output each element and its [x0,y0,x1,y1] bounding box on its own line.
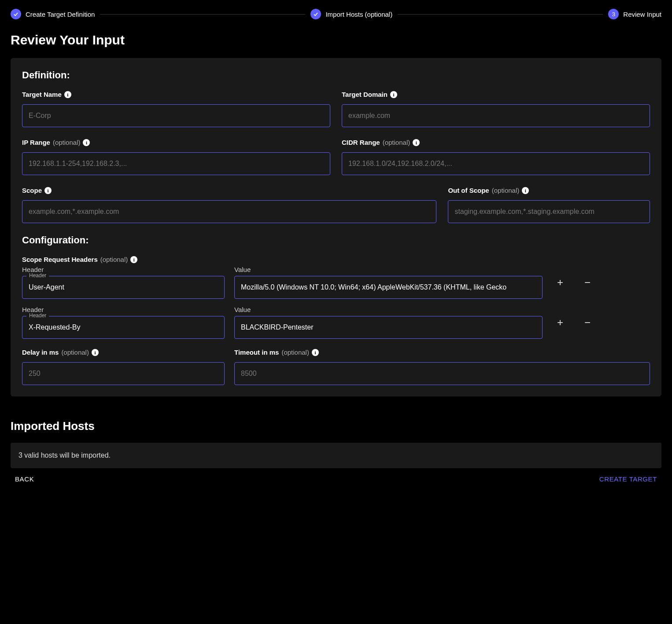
add-header-button[interactable]: + [552,275,568,290]
header-col-label: Header [22,266,225,273]
timeout-label: Timeout in ms (optional) i [234,349,650,356]
imported-hosts-message: 3 valid hosts will be imported. [11,443,661,468]
header-name-input[interactable] [22,316,225,339]
floating-label: Header [26,272,49,279]
back-button[interactable]: BACK [15,475,34,483]
floating-label: Header [26,312,49,319]
info-icon[interactable]: i [92,349,99,356]
header-col-label: Header [22,306,225,313]
plus-icon: + [557,316,563,329]
step-review-input[interactable]: 3 Review Input [608,9,661,19]
scope-input[interactable] [22,200,436,223]
value-col-label: Value [234,306,543,313]
step-connector [398,14,603,15]
info-icon[interactable]: i [312,349,319,356]
scope-headers-label: Scope Request Headers (optional) i [22,256,650,263]
create-target-button[interactable]: CREATE TARGET [599,475,657,483]
info-icon[interactable]: i [390,91,397,98]
remove-header-button[interactable]: − [580,275,595,290]
cidr-range-label: CIDR Range (optional) i [342,139,650,146]
out-of-scope-input[interactable] [448,200,650,223]
info-icon[interactable]: i [522,187,529,194]
ip-range-label: IP Range (optional) i [22,139,330,146]
imported-hosts-title: Imported Hosts [11,419,661,433]
value-col-label: Value [234,266,543,273]
definition-title: Definition: [22,70,650,81]
info-icon[interactable]: i [44,187,52,194]
delay-label: Delay in ms (optional) i [22,349,225,356]
header-name-input[interactable] [22,276,225,299]
step-label: Create Target Definition [26,11,95,18]
step-label: Import Hosts (optional) [325,11,392,18]
plus-icon: + [557,276,563,289]
step-label: Review Input [623,11,661,18]
info-icon[interactable]: i [413,139,420,146]
target-name-label: Target Name i [22,91,330,98]
target-name-input[interactable] [22,104,330,127]
add-header-button[interactable]: + [552,315,568,330]
scope-label: Scope i [22,187,436,194]
info-icon[interactable]: i [130,256,137,263]
header-value-input[interactable] [234,276,543,299]
definition-panel: Definition: Target Name i Target Domain … [11,58,661,396]
out-of-scope-label: Out of Scope (optional) i [448,187,650,194]
target-domain-input[interactable] [342,104,650,127]
info-icon[interactable]: i [64,91,71,98]
info-icon[interactable]: i [83,139,90,146]
page-title: Review Your Input [11,33,661,48]
step-number: 3 [608,9,619,19]
footer-actions: BACK CREATE TARGET [11,475,661,483]
timeout-input[interactable] [234,362,650,385]
header-value-input[interactable] [234,316,543,339]
cidr-range-input[interactable] [342,152,650,175]
step-create-target[interactable]: Create Target Definition [11,9,95,19]
check-icon [11,9,21,19]
check-icon [310,9,321,19]
minus-icon: − [584,276,591,289]
remove-header-button[interactable]: − [580,315,595,330]
delay-input[interactable] [22,362,225,385]
step-connector [100,14,305,15]
stepper: Create Target Definition Import Hosts (o… [11,9,661,19]
ip-range-input[interactable] [22,152,330,175]
minus-icon: − [584,316,591,329]
step-import-hosts[interactable]: Import Hosts (optional) [310,9,392,19]
target-domain-label: Target Domain i [342,91,650,98]
configuration-title: Configuration: [22,235,650,246]
